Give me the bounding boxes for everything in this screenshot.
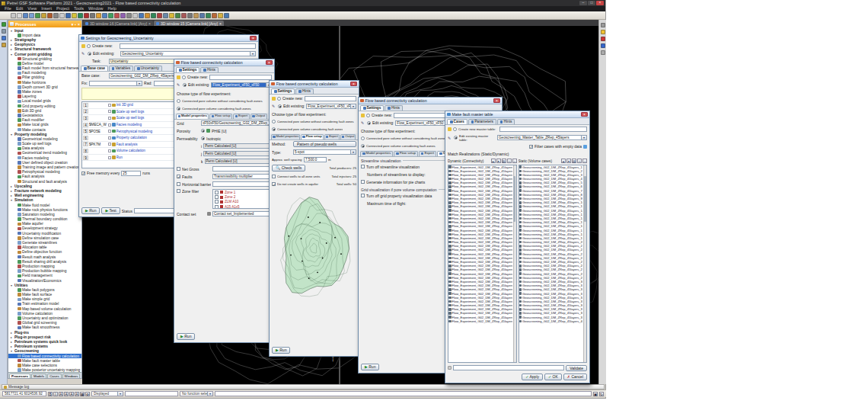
toolbar-icon[interactable]	[65, 13, 71, 18]
run-button[interactable]: ▶ Run	[177, 333, 195, 340]
toolbar-icon[interactable]	[169, 13, 174, 18]
create-new-input[interactable]	[209, 75, 272, 80]
dialog-close-button[interactable]: ×	[250, 36, 257, 40]
tab[interactable]: Hints	[200, 67, 218, 72]
format-icon[interactable]: ⚙	[85, 392, 90, 396]
strip-icon[interactable]	[2, 36, 6, 40]
faults-field[interactable]: Transmissibility multiplier	[212, 174, 272, 179]
tab[interactable]: Settings	[271, 88, 295, 94]
menu-item[interactable]: Edit	[16, 6, 23, 11]
edit-existing-radio[interactable]	[367, 121, 371, 125]
static-case-list[interactable]: Geoscreening_G02_DM_ZRep_45layers_1Geosc…	[519, 165, 588, 364]
toolbar-icon[interactable]	[59, 13, 65, 18]
with-faults-radio[interactable]	[361, 144, 365, 148]
tab[interactable]: Hints	[497, 119, 515, 124]
dialog-close-button[interactable]: ×	[266, 60, 273, 65]
toolbar-icon[interactable]	[126, 13, 132, 18]
toolbar-icon[interactable]	[157, 13, 162, 18]
close-button[interactable]: ×	[596, 1, 604, 5]
move-down-icon[interactable]: ↓	[512, 159, 517, 163]
toolbar-icon[interactable]	[35, 13, 40, 18]
selection-dropdown[interactable]: No function selected	[180, 391, 213, 396]
menu-item[interactable]: Window	[88, 6, 104, 11]
tab[interactable]: Hints	[385, 105, 402, 111]
viewport-tab-close-icon[interactable]: ×	[219, 21, 222, 26]
method-button[interactable]: Pattern of pseudo wells	[293, 141, 356, 147]
porosity-radio[interactable]	[201, 129, 205, 133]
refresh-icon[interactable]: ↻	[599, 392, 604, 396]
create-new-radio[interactable]	[182, 75, 186, 79]
toolbar-icon[interactable]	[47, 13, 53, 18]
row-checkbox[interactable]	[108, 156, 111, 159]
toolbar-icon[interactable]	[29, 13, 34, 18]
edit-existing-radio[interactable]	[454, 136, 458, 139]
edit-existing-radio[interactable]	[278, 104, 282, 108]
minimize-button[interactable]: –	[579, 1, 587, 5]
with-faults-radio[interactable]	[272, 127, 276, 131]
filter-icon[interactable]: ▥	[502, 159, 506, 163]
format-icon[interactable]: A	[75, 392, 79, 396]
row-checkbox[interactable]	[108, 110, 111, 113]
sort-down-icon[interactable]: ▾	[566, 159, 571, 163]
subtab[interactable]: Output	[340, 134, 356, 139]
case-list-item[interactable]: Flow_Experiment_G02_DM_ZRep_45layers_40	[448, 319, 512, 323]
toolbar-icon[interactable]	[187, 13, 193, 18]
toolbar-icon[interactable]	[120, 13, 126, 18]
edit-existing-dropdown[interactable]: Geoscreening_Master_Table_ZRep_45layers	[497, 135, 587, 140]
menu-item[interactable]: File	[5, 6, 11, 11]
toolbar-icon[interactable]	[151, 13, 156, 18]
row-checkbox[interactable]	[108, 149, 111, 152]
edit-existing-radio[interactable]	[88, 52, 91, 56]
pie-charts-checkbox[interactable]	[361, 180, 365, 184]
subtab[interactable]: Model properties	[271, 134, 300, 139]
row-checkbox[interactable]	[108, 130, 111, 133]
subtab[interactable]: Flow setup	[301, 134, 323, 139]
maximize-button[interactable]: □	[588, 1, 595, 5]
subtab[interactable]: Flow setup	[394, 151, 418, 156]
edit-existing-dropdown[interactable]: Flow_Experiment_xF50_xF50	[306, 104, 356, 109]
toolbar-icon[interactable]	[108, 13, 113, 18]
toolbar-icon[interactable]	[218, 13, 223, 18]
dialog-title-bar[interactable]: Make fault master table ×	[445, 111, 589, 118]
toolbar-icon[interactable]	[53, 13, 59, 18]
sort-up-icon[interactable]: ▴	[491, 159, 496, 163]
connect-wells-checkbox[interactable]	[272, 175, 276, 178]
menu-item[interactable]: Project	[56, 6, 69, 11]
toolbar-icon[interactable]	[17, 13, 22, 18]
edit-existing-dropdown[interactable]: Geoscreening_Uncertainty	[120, 51, 256, 56]
strip-icon[interactable]	[2, 29, 6, 34]
net-gross-field[interactable]	[212, 166, 272, 172]
message-log-bar[interactable]: Message log	[2, 384, 605, 390]
toolbar-icon[interactable]	[84, 13, 89, 18]
grid-field[interactable]: xF50xF50/Geoscreening_G02_DM_ZRep_45laye…	[201, 120, 272, 126]
toolbar-icon[interactable]	[132, 13, 138, 18]
zone-checkbox[interactable]	[215, 191, 219, 194]
apply-button[interactable]: ✓ Apply	[522, 374, 543, 380]
panel-tab[interactable]: Models	[31, 374, 46, 378]
panel-tab[interactable]: Windows	[62, 374, 81, 378]
menu-item[interactable]: Tools	[74, 6, 84, 11]
perm-j-field[interactable]: Perm Calculated [U]	[203, 151, 272, 156]
dialog-close-button[interactable]: ×	[581, 112, 588, 117]
create-new-input[interactable]	[120, 43, 256, 49]
tab[interactable]: Settings	[176, 67, 199, 72]
create-new-radio[interactable]	[87, 44, 91, 48]
menu-item[interactable]: Insert	[41, 6, 52, 11]
type-dropdown[interactable]: 5-spot	[293, 149, 356, 155]
dialog-title-bar[interactable]: Flow based connectivity calculation ×	[174, 59, 274, 66]
faults-checkbox[interactable]	[177, 175, 180, 178]
cancel-button[interactable]: ✗ Cancel	[563, 374, 587, 380]
free-memory-input[interactable]: 25	[121, 171, 141, 176]
validate-button[interactable]: Validate	[566, 365, 587, 371]
toolbar-icon[interactable]	[78, 13, 83, 18]
dialog-title-bar[interactable]: Flow based connectivity calculation ×	[270, 81, 359, 88]
move-up-icon[interactable]: ↑	[507, 159, 512, 163]
strip-icon[interactable]	[601, 43, 605, 48]
toolbar-icon[interactable]	[23, 13, 28, 18]
displayed-dropdown[interactable]: Displayed	[91, 391, 123, 396]
zone-checkbox[interactable]	[215, 205, 219, 209]
toolbar-icon[interactable]	[224, 13, 229, 18]
panel-pin-icon[interactable]: ▪	[75, 22, 76, 27]
scrollbar[interactable]	[583, 165, 586, 363]
toolbar-icon[interactable]	[212, 13, 217, 18]
